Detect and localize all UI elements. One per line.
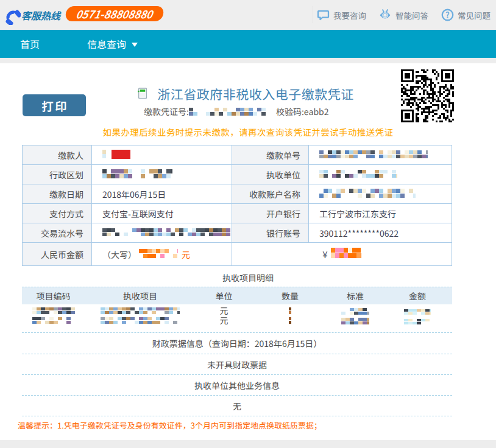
consult-link[interactable]: 我要咨询 (316, 9, 366, 22)
checksum: 校验码:eabb2 (276, 105, 329, 117)
quantity-redacted (289, 316, 291, 326)
fiscal-ticket-info-row: 财政票据信息（查询日期：2018年6月15日） (22, 332, 452, 349)
other-business-text: 执收单位其他业务信息 (22, 379, 452, 391)
detail-row: 元 (22, 315, 452, 325)
value-payment-date: 2018年06月15日 (92, 184, 232, 203)
content-panel: 打印 浙江省政府非税收入电子缴款凭证 缴款凭证号: 校验码:eabb2 如果办理… (0, 63, 496, 440)
payer-redacted (102, 149, 130, 161)
qr-code (401, 69, 454, 122)
nav-home-label: 首页 (20, 37, 40, 51)
push-warning-text: 如果办理后续业务时提示未缴款，请再次查询该凭证并尝试手动推送凭证 (0, 125, 496, 138)
item-code-redacted (32, 316, 75, 326)
receiving-account-redacted (319, 188, 416, 200)
admin-division-redacted (102, 169, 172, 181)
cell-standard (328, 315, 383, 326)
payment-order-no-redacted (319, 149, 428, 161)
amount-words-prefix: （大写） (102, 248, 136, 261)
consult-label: 我要咨询 (333, 9, 366, 21)
label-rmb-amount: 人民币金额 (23, 243, 91, 265)
phone-icon (1, 5, 21, 25)
value-collecting-unit (309, 165, 452, 184)
robot-icon (378, 9, 392, 22)
value-payer (92, 145, 232, 164)
certificate-title: 浙江省政府非税收入电子缴款凭证 (157, 85, 354, 103)
header-collection-item: 执收项目 (85, 290, 196, 302)
document-icon (138, 88, 147, 99)
header-unit: 单位 (196, 290, 252, 302)
label-bank-account: 银行账号 (232, 223, 308, 242)
label-payer: 缴款人 (23, 145, 91, 164)
value-payment-method: 支付宝-互联网支付 (92, 204, 232, 223)
detail-section-title: 执收项目明细 (0, 271, 496, 284)
label-collecting-unit: 执收单位 (232, 165, 308, 184)
detail-table-header: 项目编码 执收项目 单位 数量 标准 金额 (22, 287, 452, 304)
voucher-number-row: 缴款凭证号: 校验码:eabb2 (144, 106, 329, 117)
header-standard: 标准 (328, 290, 383, 302)
collecting-unit-redacted (319, 169, 397, 181)
no-ticket-text: 未开具财政票据 (22, 359, 452, 371)
value-admin-division (92, 165, 232, 184)
cell-quantity (252, 315, 328, 326)
header-item-code: 项目编码 (22, 290, 85, 302)
dropdown-caret-icon (132, 43, 138, 47)
nav-info-query[interactable]: 信息查询 (87, 30, 138, 58)
last-divider (22, 416, 452, 416)
amount-redacted (404, 316, 431, 326)
value-amount-numeric: ¥ (232, 243, 452, 265)
standard-redacted (341, 316, 369, 326)
faq-label: 常见问题 (458, 9, 491, 21)
page: 客服热线 0571-88808880 我要咨询 (0, 0, 496, 448)
no-ticket-row: 未开具财政票据 (22, 354, 452, 371)
amount-words-redacted (139, 248, 178, 261)
label-receiving-account-name: 收款账户名称 (232, 184, 308, 203)
cell-collection-item (85, 315, 196, 326)
value-bank: 工行宁波市江东支行 (309, 204, 452, 223)
top-bar: 客服热线 0571-88808880 我要咨询 (0, 0, 496, 30)
amount-words-suffix: 元 (182, 248, 190, 261)
hotline-number-badge: 0571-88808880 (65, 6, 165, 21)
nav-info-query-label: 信息查询 (87, 37, 126, 51)
label-payment-order-no: 缴款单号 (232, 145, 308, 164)
hotline: 客服热线 (1, 0, 60, 30)
voucher-number-redacted (189, 104, 266, 119)
currency-symbol: ¥ (322, 248, 327, 261)
value-payment-order-no (309, 145, 452, 164)
label-admin-division: 行政区划 (23, 165, 91, 184)
top-links: 我要咨询 智能问答 (304, 0, 491, 30)
question-circle-icon: ? (441, 9, 454, 22)
value-amount-in-words: （大写） 元 (92, 243, 232, 265)
label-bank: 开户银行 (232, 204, 308, 223)
cell-unit: 元 (196, 315, 252, 325)
label-payment-date: 缴款日期 (23, 184, 91, 203)
detail-table-body: 元 元 (22, 306, 452, 325)
detail-row: 元 (22, 306, 452, 315)
collection-item-redacted (101, 316, 180, 326)
amount-numeric-redacted (331, 248, 361, 261)
smart-qa-link[interactable]: 智能问答 (378, 9, 428, 22)
other-business-row: 执收单位其他业务信息 (22, 374, 452, 391)
none-text: 无 (22, 400, 452, 412)
value-transaction-serial-no (92, 223, 232, 242)
cell-amount (383, 315, 452, 326)
hotline-number: 0571-88808880 (75, 6, 154, 21)
voucher-number-label: 缴款凭证号: (144, 105, 189, 117)
transaction-serial-redacted (102, 227, 230, 239)
nav-home[interactable]: 首页 (20, 30, 40, 58)
svg-text:?: ? (445, 9, 449, 20)
fiscal-ticket-info: 财政票据信息（查询日期：2018年6月15日） (22, 337, 452, 349)
cell-item-code (22, 315, 85, 326)
tip-text: 温馨提示：1.凭电子缴款凭证号及身份有效证件，3个月内可到指定地点换取纸质票据； (18, 419, 322, 431)
payment-table: 缴款人 缴款单号 行政区划 执收单位 缴款日期 2018年06月15日 收款账户… (22, 145, 452, 266)
faq-link[interactable]: ? 常见问题 (441, 9, 491, 22)
label-transaction-serial-no: 交易流水号 (23, 223, 91, 242)
chat-bubble-icon (316, 9, 330, 22)
header-quantity: 数量 (252, 290, 328, 302)
value-bank-account: 390112********0622 (309, 223, 452, 242)
value-receiving-account-name (309, 184, 452, 203)
none-row: 无 (22, 395, 452, 412)
smart-qa-label: 智能问答 (395, 9, 428, 21)
hotline-label: 客服热线 (21, 8, 60, 23)
header-amount: 金额 (383, 290, 452, 302)
label-payment-method: 支付方式 (23, 204, 91, 223)
nav-bar: 首页 信息查询 (0, 30, 496, 58)
